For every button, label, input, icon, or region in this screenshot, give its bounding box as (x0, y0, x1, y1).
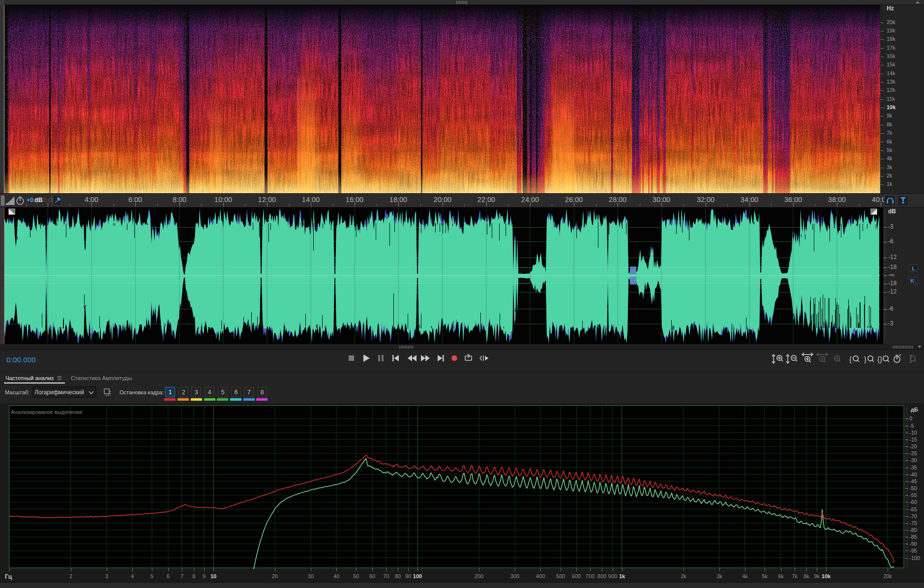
svg-text:}: } (864, 355, 866, 363)
svg-text:{}: {} (877, 355, 882, 363)
svg-text:{: { (849, 355, 852, 363)
